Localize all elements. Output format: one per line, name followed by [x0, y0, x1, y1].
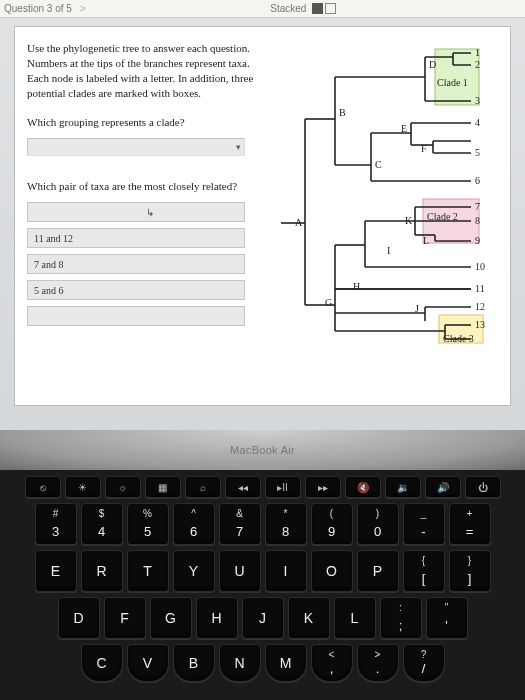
- quiz-top-bar: Question 3 of 5 > Stacked: [0, 0, 525, 18]
- key-k[interactable]: K: [288, 597, 330, 639]
- tip-10: 10: [475, 261, 485, 272]
- key-9[interactable]: (9: [311, 503, 353, 545]
- screen: Question 3 of 5 > Stacked Use the phylog…: [0, 0, 525, 430]
- key-equals[interactable]: +=: [449, 503, 491, 545]
- key-f11[interactable]: 🔉: [385, 476, 421, 498]
- key-f10[interactable]: 🔇: [345, 476, 381, 498]
- key-3[interactable]: #3: [35, 503, 77, 545]
- answer-option-blank-2[interactable]: [27, 306, 245, 326]
- key-m[interactable]: M: [265, 644, 307, 682]
- key-j[interactable]: J: [242, 597, 284, 639]
- tip-5: 5: [475, 147, 480, 158]
- key-comma[interactable]: <,: [311, 644, 353, 682]
- phylogenetic-tree-column: 1 2 3 4 5 6 7 8 9 10 11 12 13 A B C D E …: [275, 41, 498, 391]
- key-f4[interactable]: ⌕: [185, 476, 221, 498]
- key-power[interactable]: ⏻: [465, 476, 501, 498]
- key-f12[interactable]: 🔊: [425, 476, 461, 498]
- tip-13: 13: [475, 319, 485, 330]
- key-d[interactable]: D: [58, 597, 100, 639]
- question-panel: Use the phylogenetic tree to answer each…: [14, 26, 511, 406]
- answer-option-3[interactable]: 5 and 6: [27, 280, 245, 300]
- key-f7[interactable]: ◂◂: [225, 476, 261, 498]
- key-l[interactable]: L: [334, 597, 376, 639]
- key-e[interactable]: E: [35, 550, 77, 592]
- key-b[interactable]: B: [173, 644, 215, 682]
- node-d: D: [429, 59, 436, 70]
- keyboard: ⎋ ☀ ☼ ▦ ⌕ ◂◂ ▸II ▸▸ 🔇 🔉 🔊 ⏻ #3 $4 %5 ^6 …: [0, 470, 525, 700]
- key-esc[interactable]: ⎋: [25, 476, 61, 498]
- phylogenetic-tree: 1 2 3 4 5 6 7 8 9 10 11 12 13 A B C D E …: [275, 45, 495, 345]
- key-6[interactable]: ^6: [173, 503, 215, 545]
- node-k: K: [405, 215, 412, 226]
- key-c[interactable]: C: [81, 644, 123, 682]
- clade-1-label: Clade 1: [437, 77, 468, 88]
- node-e: E: [401, 123, 407, 134]
- node-l: L: [423, 235, 429, 246]
- tip-3: 3: [475, 95, 480, 106]
- node-h: H: [353, 281, 360, 292]
- answer-option-1[interactable]: 11 and 12: [27, 228, 245, 248]
- node-j: J: [415, 303, 419, 314]
- answer-option-blank[interactable]: [27, 202, 245, 222]
- tip-4: 4: [475, 117, 480, 128]
- key-t[interactable]: T: [127, 550, 169, 592]
- key-slash[interactable]: ?/: [403, 644, 445, 682]
- key-p[interactable]: P: [357, 550, 399, 592]
- key-4[interactable]: $4: [81, 503, 123, 545]
- key-f8[interactable]: ▸II: [265, 476, 301, 498]
- key-h[interactable]: H: [196, 597, 238, 639]
- node-i: I: [387, 245, 390, 256]
- key-f[interactable]: F: [104, 597, 146, 639]
- key-semicolon[interactable]: :;: [380, 597, 422, 639]
- question-prompt-2: Which pair of taxa are the most closely …: [27, 180, 267, 192]
- tip-11: 11: [475, 283, 485, 294]
- clade-2-label: Clade 2: [427, 211, 458, 222]
- question-prompt-1: Which grouping represents a clade?: [27, 116, 267, 128]
- key-f1[interactable]: ☀: [65, 476, 101, 498]
- key-f9[interactable]: ▸▸: [305, 476, 341, 498]
- key-f3[interactable]: ▦: [145, 476, 181, 498]
- key-r[interactable]: R: [81, 550, 123, 592]
- key-5[interactable]: %5: [127, 503, 169, 545]
- tip-2: 2: [475, 59, 480, 70]
- key-rbracket[interactable]: }]: [449, 550, 491, 592]
- key-period[interactable]: >.: [357, 644, 399, 682]
- stacked-view-icon: [312, 3, 323, 14]
- key-0[interactable]: )0: [357, 503, 399, 545]
- laptop-model-label: MacBook Air: [230, 444, 295, 456]
- key-n[interactable]: N: [219, 644, 261, 682]
- view-mode-toggle[interactable]: [312, 3, 336, 14]
- question-indicator: Question 3 of 5: [4, 3, 72, 14]
- split-view-icon: [325, 3, 336, 14]
- tip-7: 7: [475, 201, 480, 212]
- key-v[interactable]: V: [127, 644, 169, 682]
- key-g[interactable]: G: [150, 597, 192, 639]
- tip-12: 12: [475, 301, 485, 312]
- node-c: C: [375, 159, 382, 170]
- key-quote[interactable]: "': [426, 597, 468, 639]
- tip-9: 9: [475, 235, 480, 246]
- tip-1: 1: [475, 47, 480, 58]
- laptop-hinge: MacBook Air: [0, 430, 525, 470]
- tip-6: 6: [475, 175, 480, 186]
- key-u[interactable]: U: [219, 550, 261, 592]
- node-f: F: [421, 143, 427, 154]
- key-i[interactable]: I: [265, 550, 307, 592]
- key-lbracket[interactable]: {[: [403, 550, 445, 592]
- node-a: A: [295, 217, 302, 228]
- node-b: B: [339, 107, 346, 118]
- question-instructions: Use the phylogenetic tree to answer each…: [27, 41, 267, 100]
- key-o[interactable]: O: [311, 550, 353, 592]
- key-7[interactable]: &7: [219, 503, 261, 545]
- key-8[interactable]: *8: [265, 503, 307, 545]
- key-minus[interactable]: _-: [403, 503, 445, 545]
- answer-option-2[interactable]: 7 and 8: [27, 254, 245, 274]
- node-g: G: [325, 297, 332, 308]
- key-y[interactable]: Y: [173, 550, 215, 592]
- view-mode-label: Stacked: [270, 3, 306, 14]
- key-f2[interactable]: ☼: [105, 476, 141, 498]
- answer-dropdown-1[interactable]: ▾: [27, 138, 245, 156]
- tip-8: 8: [475, 215, 480, 226]
- clade-3-label: Clade 3: [443, 333, 474, 344]
- question-text-column: Use the phylogenetic tree to answer each…: [27, 41, 267, 391]
